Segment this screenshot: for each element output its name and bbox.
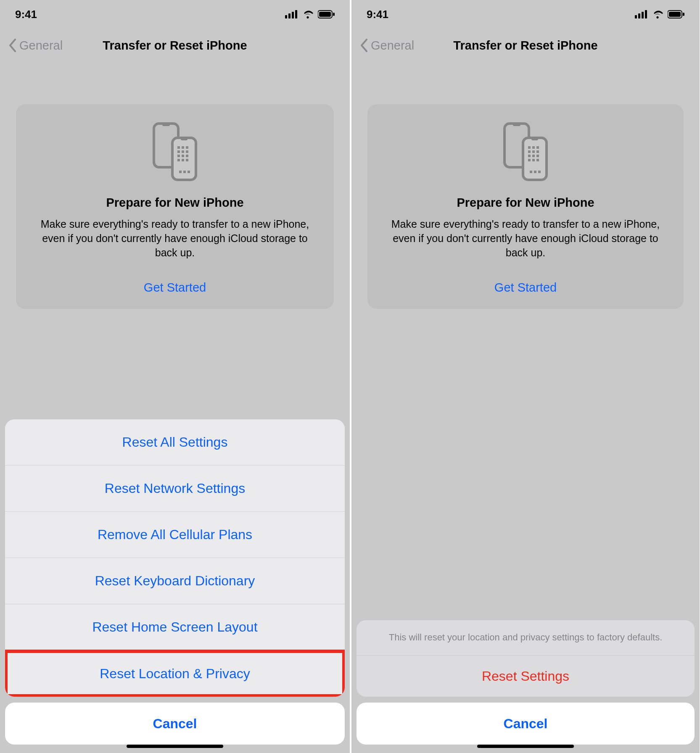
svg-rect-18 <box>182 155 184 157</box>
screen-left: 9:41 General Transfer or Reset iPhone <box>0 0 350 753</box>
reset-network-settings[interactable]: Reset Network Settings <box>5 466 345 512</box>
reset-options-group: Reset All Settings Reset Network Setting… <box>5 419 345 697</box>
svg-rect-17 <box>177 155 180 157</box>
battery-icon <box>318 10 335 18</box>
cancel-button[interactable]: Cancel <box>357 703 695 745</box>
svg-rect-49 <box>530 171 532 173</box>
svg-rect-43 <box>528 155 531 157</box>
svg-rect-40 <box>528 150 531 153</box>
transfer-devices-icon <box>380 120 671 183</box>
back-button[interactable]: General <box>360 39 414 53</box>
remove-all-cellular-plans[interactable]: Remove All Cellular Plans <box>5 512 345 558</box>
svg-rect-21 <box>182 159 184 161</box>
confirm-action-sheet: This will reset your location and privac… <box>357 620 695 745</box>
status-right <box>635 10 684 18</box>
svg-rect-5 <box>319 12 331 17</box>
svg-rect-50 <box>534 171 536 173</box>
status-time: 9:41 <box>367 8 388 21</box>
svg-rect-44 <box>532 155 535 157</box>
svg-rect-26 <box>635 15 637 18</box>
svg-rect-20 <box>177 159 180 161</box>
status-time: 9:41 <box>15 8 37 21</box>
cellular-icon <box>635 10 647 18</box>
svg-rect-38 <box>532 146 535 149</box>
home-indicator[interactable] <box>477 745 574 748</box>
svg-rect-41 <box>532 150 535 153</box>
chevron-left-icon <box>360 39 368 52</box>
reset-home-screen-layout[interactable]: Reset Home Screen Layout <box>5 604 345 650</box>
page-title: Transfer or Reset iPhone <box>453 39 597 53</box>
back-label: General <box>371 39 414 53</box>
screen-right: 9:41 General Transfer or Reset iPhone <box>350 0 700 753</box>
svg-rect-36 <box>531 137 538 140</box>
svg-rect-51 <box>538 171 541 173</box>
reset-all-settings[interactable]: Reset All Settings <box>5 419 345 466</box>
reset-action-sheet: Reset All Settings Reset Network Setting… <box>5 419 345 745</box>
svg-rect-24 <box>183 171 186 173</box>
svg-rect-14 <box>177 150 180 153</box>
svg-rect-25 <box>188 171 190 173</box>
svg-rect-39 <box>536 146 539 149</box>
prepare-card: Prepare for New iPhone Make sure everyth… <box>367 104 684 309</box>
svg-rect-13 <box>186 146 188 149</box>
svg-rect-23 <box>179 171 182 173</box>
confirm-group: This will reset your location and privac… <box>357 620 695 697</box>
reset-keyboard-dictionary[interactable]: Reset Keyboard Dictionary <box>5 558 345 604</box>
reset-location-privacy[interactable]: Reset Location & Privacy <box>5 650 345 697</box>
svg-rect-42 <box>536 150 539 153</box>
back-label: General <box>19 39 63 53</box>
nav-bar: General Transfer or Reset iPhone <box>0 29 350 62</box>
svg-rect-2 <box>292 12 294 18</box>
svg-rect-32 <box>683 13 684 16</box>
svg-rect-12 <box>182 146 184 149</box>
get-started-link[interactable]: Get Started <box>29 281 321 295</box>
status-right <box>285 10 335 18</box>
svg-rect-15 <box>182 150 184 153</box>
svg-rect-6 <box>333 13 335 16</box>
svg-rect-3 <box>295 10 297 18</box>
cellular-icon <box>285 10 298 18</box>
svg-rect-37 <box>528 146 531 149</box>
svg-rect-19 <box>186 155 188 157</box>
svg-rect-45 <box>536 155 539 157</box>
svg-rect-0 <box>285 15 287 18</box>
svg-rect-34 <box>513 123 520 126</box>
reset-settings-button[interactable]: Reset Settings <box>357 656 695 697</box>
nav-bar: General Transfer or Reset iPhone <box>351 29 700 62</box>
prepare-card: Prepare for New iPhone Make sure everyth… <box>16 104 334 309</box>
battery-icon <box>668 10 684 18</box>
wifi-icon <box>302 10 314 18</box>
status-bar: 9:41 <box>351 0 700 29</box>
svg-rect-16 <box>186 150 188 153</box>
svg-rect-1 <box>288 13 291 18</box>
prepare-title: Prepare for New iPhone <box>29 196 321 210</box>
reset-location-privacy-label: Reset Location & Privacy <box>100 666 250 682</box>
svg-rect-28 <box>642 12 644 18</box>
svg-rect-47 <box>532 159 535 161</box>
prepare-subtitle: Make sure everything's ready to transfer… <box>380 217 671 260</box>
status-bar: 9:41 <box>0 0 350 29</box>
svg-rect-8 <box>162 123 170 126</box>
wifi-icon <box>652 10 663 18</box>
chevron-left-icon <box>8 39 17 52</box>
svg-rect-22 <box>186 159 188 161</box>
svg-rect-27 <box>638 13 640 18</box>
get-started-link[interactable]: Get Started <box>380 281 671 295</box>
svg-rect-46 <box>528 159 531 161</box>
prepare-title: Prepare for New iPhone <box>380 196 671 210</box>
svg-rect-48 <box>536 159 539 161</box>
prepare-subtitle: Make sure everything's ready to transfer… <box>29 217 321 260</box>
svg-rect-10 <box>181 137 188 140</box>
home-indicator[interactable] <box>127 745 223 748</box>
back-button[interactable]: General <box>8 39 63 53</box>
page-title: Transfer or Reset iPhone <box>103 39 247 53</box>
transfer-devices-icon <box>29 120 321 183</box>
svg-rect-11 <box>177 146 180 149</box>
cancel-button[interactable]: Cancel <box>5 703 345 745</box>
svg-rect-31 <box>669 12 681 17</box>
confirm-message: This will reset your location and privac… <box>357 620 695 656</box>
svg-rect-29 <box>645 10 647 18</box>
